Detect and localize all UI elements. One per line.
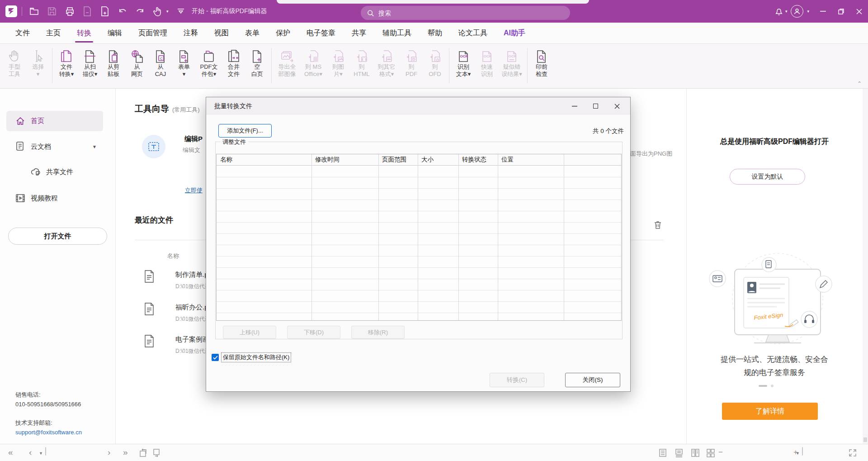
checkbox-checked-icon[interactable] bbox=[212, 354, 219, 361]
column-divider[interactable] bbox=[458, 154, 459, 320]
sidebar-item-shared-files[interactable]: 共享文件 bbox=[6, 163, 103, 181]
ribbon-blank-page[interactable]: 空 白页 bbox=[245, 47, 269, 78]
page-number-combobox[interactable]: ▼ bbox=[45, 447, 46, 456]
close-dialog-button[interactable]: 关闭(S) bbox=[565, 373, 620, 387]
ribbon-collapse-icon[interactable]: ⌃ bbox=[857, 81, 862, 87]
col-size[interactable]: 大小 bbox=[418, 154, 458, 165]
edit-pdf-card-icon[interactable] bbox=[142, 135, 165, 158]
single-page-view-icon[interactable] bbox=[658, 448, 667, 457]
maximize-button[interactable] bbox=[832, 0, 850, 23]
zoom-out-button[interactable]: − bbox=[718, 448, 723, 457]
first-page-button[interactable]: « bbox=[8, 448, 13, 456]
menu-share[interactable]: 共享 bbox=[352, 23, 366, 44]
ribbon-quick-recognize[interactable]: OCR 快速 识别 bbox=[475, 47, 499, 78]
trash-icon[interactable] bbox=[653, 220, 662, 229]
minimize-button[interactable] bbox=[814, 0, 832, 23]
menu-home[interactable]: 主页 bbox=[46, 23, 61, 44]
column-divider[interactable] bbox=[564, 154, 564, 320]
column-divider[interactable] bbox=[378, 154, 379, 320]
ribbon-form[interactable]: 表单 ▾ bbox=[172, 47, 196, 78]
hand-pointer-icon[interactable] bbox=[152, 6, 163, 17]
set-default-button[interactable]: 设置为默认 bbox=[730, 169, 805, 185]
hand-dropdown-caret[interactable]: ▾ bbox=[166, 9, 169, 14]
ribbon-from-caj[interactable]: C 从 CAJ bbox=[149, 47, 172, 78]
menu-comment[interactable]: 注释 bbox=[184, 23, 198, 44]
next-view-icon[interactable] bbox=[152, 448, 161, 457]
ribbon-to-html[interactable]: 到 HTML bbox=[350, 47, 373, 78]
next-page-button[interactable]: › bbox=[108, 448, 110, 456]
customize-toolbar-icon[interactable] bbox=[175, 6, 186, 17]
notification-bell-icon[interactable] bbox=[774, 6, 784, 17]
prev-page-button[interactable]: ‹ bbox=[29, 448, 32, 456]
menu-help[interactable]: 帮助 bbox=[428, 23, 442, 44]
undo-icon[interactable] bbox=[117, 6, 128, 17]
ribbon-select-tool[interactable]: 选择 ▾ bbox=[26, 47, 50, 78]
col-status[interactable]: 转换状态 bbox=[458, 154, 498, 165]
ribbon-from-web[interactable]: 从 网页 bbox=[125, 47, 149, 78]
sidebar-item-cloud-docs[interactable]: 云文档 ▼ bbox=[6, 137, 103, 157]
save-icon[interactable] bbox=[47, 6, 57, 17]
avatar[interactable] bbox=[791, 5, 803, 18]
search-bar[interactable] bbox=[361, 6, 570, 20]
carousel-dots[interactable] bbox=[759, 385, 774, 387]
new-page-icon[interactable] bbox=[99, 6, 110, 17]
ribbon-recognize-text[interactable]: OCR 识别 文本▾ bbox=[452, 47, 475, 78]
convert-button[interactable]: 转换(C) bbox=[490, 373, 544, 387]
ribbon-hand-tool[interactable]: 手型 工具 bbox=[3, 47, 26, 78]
col-name[interactable]: 名称 bbox=[217, 154, 311, 165]
ribbon-to-pdf[interactable]: 到 PDF bbox=[400, 47, 423, 78]
avatar-caret[interactable]: ▾ bbox=[807, 9, 809, 14]
carousel-dot[interactable] bbox=[771, 385, 774, 387]
close-button[interactable] bbox=[850, 0, 868, 23]
recent-file-row[interactable]: 福昕办公.p D:\01微信代运 bbox=[175, 303, 210, 323]
learn-more-button[interactable]: 了解详情 bbox=[722, 403, 818, 420]
menu-edit[interactable]: 编辑 bbox=[108, 23, 122, 44]
print-icon[interactable] bbox=[64, 6, 75, 17]
ribbon-preflight[interactable]: 印前 检查 bbox=[530, 47, 553, 78]
col-page-range[interactable]: 页面范围 bbox=[378, 154, 418, 165]
menu-file[interactable]: 文件 bbox=[15, 23, 30, 44]
remove-button[interactable]: 移除(R) bbox=[351, 326, 405, 339]
support-email-link[interactable]: support@foxitsoftware.cn bbox=[15, 429, 82, 436]
menu-protect[interactable]: 保护 bbox=[276, 23, 290, 44]
keep-name-path-row[interactable]: 保留原始文件名和路径(K) bbox=[212, 353, 291, 362]
ribbon-from-clipboard[interactable]: 从剪 贴板 bbox=[102, 47, 125, 78]
recent-file-row[interactable]: 电子案例画 D:\01微信代运 bbox=[175, 335, 210, 355]
notification-caret[interactable]: ▾ bbox=[785, 9, 788, 14]
menu-ai-assistant[interactable]: AI助手 bbox=[504, 23, 525, 44]
dialog-close-button[interactable] bbox=[606, 97, 627, 115]
use-now-link[interactable]: 立即使 bbox=[185, 186, 203, 195]
ribbon-to-ofd[interactable]: 到 OFD bbox=[423, 47, 447, 78]
menu-view[interactable]: 视图 bbox=[214, 23, 229, 44]
column-divider[interactable] bbox=[498, 154, 498, 320]
carousel-dot-active[interactable] bbox=[759, 385, 767, 387]
sidebar-item-home[interactable]: 首页 bbox=[6, 111, 103, 131]
add-files-button[interactable]: 添加文件(F)... bbox=[218, 124, 272, 138]
col-modified[interactable]: 修改时间 bbox=[311, 154, 378, 165]
ribbon-merge-files[interactable]: 合并 文件 bbox=[222, 47, 245, 78]
menu-accessibility[interactable]: 辅助工具 bbox=[382, 23, 411, 44]
sidebar-item-video-tutorials[interactable]: 视频教程 bbox=[6, 188, 103, 208]
move-up-button[interactable]: 上移(U) bbox=[223, 326, 276, 339]
facing-view-icon[interactable] bbox=[691, 448, 700, 457]
search-input[interactable] bbox=[378, 10, 564, 17]
open-folder-icon[interactable] bbox=[29, 6, 40, 17]
ribbon-to-image[interactable]: 到图 片▾ bbox=[326, 47, 350, 78]
menu-paper-tools[interactable]: 论文工具 bbox=[458, 23, 487, 44]
ribbon-to-other-formats[interactable]: 到其它 格式▾ bbox=[373, 47, 400, 78]
recent-file-row[interactable]: 制作清单.p D:\01微信代运 bbox=[175, 271, 210, 290]
menu-page-manage[interactable]: 页面管理 bbox=[138, 23, 167, 44]
dialog-titlebar[interactable]: 批量转换文件 bbox=[206, 97, 630, 115]
cloud-docs-caret[interactable]: ▼ bbox=[92, 144, 97, 149]
export-page-icon[interactable] bbox=[82, 6, 93, 17]
open-file-button[interactable]: 打开文件 bbox=[8, 228, 107, 245]
move-down-button[interactable]: 下移(D) bbox=[287, 326, 340, 339]
facing-continuous-view-icon[interactable] bbox=[706, 448, 715, 457]
ribbon-to-ms-office[interactable]: 到 MS Office▾ bbox=[300, 47, 326, 78]
ribbon-pdf-portfolio[interactable]: PDF文 件包▾ bbox=[196, 47, 222, 78]
menu-form[interactable]: 表单 bbox=[245, 23, 259, 44]
fullscreen-icon[interactable] bbox=[848, 448, 857, 457]
continuous-view-icon[interactable] bbox=[675, 448, 684, 457]
file-table-body[interactable] bbox=[217, 166, 621, 321]
dialog-maximize-button[interactable] bbox=[585, 97, 606, 115]
